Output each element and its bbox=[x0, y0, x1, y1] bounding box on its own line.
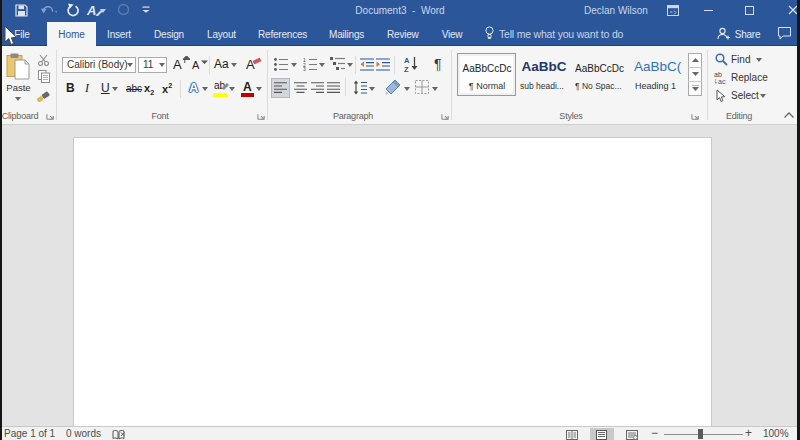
svg-text:ab: ab bbox=[714, 71, 722, 78]
svg-text:ac: ac bbox=[718, 78, 726, 85]
svg-text:Z: Z bbox=[404, 65, 409, 72]
svg-text:A: A bbox=[404, 56, 410, 65]
svg-text:3: 3 bbox=[303, 66, 306, 71]
